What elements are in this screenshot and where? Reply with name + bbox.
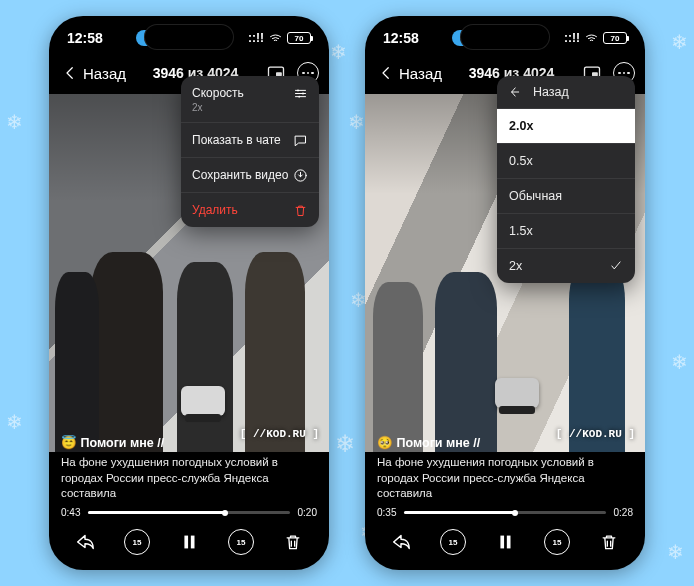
seek-track[interactable] — [88, 511, 289, 514]
trash-icon — [292, 202, 308, 218]
arrow-left-icon — [507, 85, 521, 99]
skip-back-icon: 15 — [440, 529, 466, 555]
back-button[interactable]: Назад — [59, 62, 126, 84]
caption-body: На фоне ухудшения погодных условий в гор… — [377, 455, 633, 502]
skip-forward-icon: 15 — [228, 529, 254, 555]
chat-bubble-icon — [292, 132, 308, 148]
menu-speed[interactable]: Скорость 2x — [181, 76, 319, 123]
pause-button[interactable] — [491, 528, 519, 556]
caption-emoji: 🥺 — [377, 436, 393, 450]
share-icon — [74, 531, 96, 553]
playback-controls: 15 15 — [49, 522, 329, 562]
video-caption: 🥺 Помоги мне // На фоне ухудшения погодн… — [365, 429, 645, 506]
elapsed-time: 0:43 — [61, 507, 80, 518]
seek-played — [404, 511, 515, 514]
speed-option[interactable]: 1.5x — [497, 214, 635, 249]
speed-option[interactable]: 0.5x — [497, 144, 635, 179]
svg-point-3 — [302, 92, 304, 94]
speed-picker: Назад 2.0x 0.5x Обычная 1.5x 2x — [497, 76, 635, 283]
speed-option[interactable]: 2x — [497, 249, 635, 283]
signal-icon: ::!! — [248, 31, 264, 45]
check-icon — [609, 259, 623, 273]
sliders-icon — [292, 85, 308, 101]
svg-point-4 — [298, 95, 300, 97]
caption-emoji: 😇 — [61, 436, 77, 450]
signal-icon: ::!! — [564, 31, 580, 45]
pause-button[interactable] — [175, 528, 203, 556]
share-button[interactable] — [387, 528, 415, 556]
chevron-left-icon — [61, 64, 79, 82]
progress-bar[interactable]: 0:43 0:20 — [61, 507, 317, 518]
seek-thumb[interactable] — [512, 510, 518, 516]
seek-played — [88, 511, 225, 514]
speed-picker-back[interactable]: Назад — [497, 76, 635, 109]
phone-screenshot-left: 12:58 TELEGRAM ::!! 70 Назад 3946 из 402… — [49, 16, 329, 570]
seek-track[interactable] — [404, 511, 605, 514]
download-icon — [292, 167, 308, 183]
video-settings-menu: Скорость 2x Показать в чате Сохранить ви… — [181, 76, 319, 227]
speed-option[interactable]: Обычная — [497, 179, 635, 214]
remaining-time: 0:20 — [298, 507, 317, 518]
svg-point-2 — [297, 89, 299, 91]
menu-delete[interactable]: Удалить — [181, 193, 319, 227]
trash-icon — [599, 532, 619, 552]
svg-rect-10 — [500, 536, 504, 549]
wifi-icon — [268, 31, 283, 46]
svg-rect-7 — [191, 536, 195, 549]
progress-bar[interactable]: 0:35 0:28 — [377, 507, 633, 518]
pause-icon — [178, 531, 200, 553]
battery-indicator: 70 — [603, 32, 627, 44]
video-caption: 😇 Помоги мне // На фоне ухудшения погодн… — [49, 429, 329, 506]
chevron-left-icon — [377, 64, 395, 82]
skip-back-button[interactable]: 15 — [439, 528, 467, 556]
dynamic-island — [144, 24, 234, 50]
seek-thumb[interactable] — [222, 510, 228, 516]
skip-forward-button[interactable]: 15 — [543, 528, 571, 556]
battery-indicator: 70 — [287, 32, 311, 44]
skip-forward-button[interactable]: 15 — [227, 528, 255, 556]
skip-back-button[interactable]: 15 — [123, 528, 151, 556]
pause-icon — [494, 531, 516, 553]
delete-button[interactable] — [279, 528, 307, 556]
caption-body: На фоне ухудшения погодных условий в гор… — [61, 455, 317, 502]
status-time: 12:58 — [383, 30, 419, 46]
phone-screenshot-right: 12:58 TELEGRAM ::!! 70 Назад 3946 из 402… — [365, 16, 645, 570]
elapsed-time: 0:35 — [377, 507, 396, 518]
svg-rect-11 — [507, 536, 511, 549]
menu-show-in-chat[interactable]: Показать в чате — [181, 123, 319, 158]
menu-save-video[interactable]: Сохранить видео — [181, 158, 319, 193]
skip-forward-icon: 15 — [544, 529, 570, 555]
share-button[interactable] — [71, 528, 99, 556]
remaining-time: 0:28 — [614, 507, 633, 518]
speed-option-selected[interactable]: 2.0x — [497, 109, 635, 144]
skip-back-icon: 15 — [124, 529, 150, 555]
status-time: 12:58 — [67, 30, 103, 46]
dynamic-island — [460, 24, 550, 50]
playback-controls: 15 15 — [365, 522, 645, 562]
trash-icon — [283, 532, 303, 552]
svg-rect-6 — [184, 536, 188, 549]
back-button[interactable]: Назад — [375, 62, 442, 84]
wifi-icon — [584, 31, 599, 46]
delete-button[interactable] — [595, 528, 623, 556]
share-icon — [390, 531, 412, 553]
